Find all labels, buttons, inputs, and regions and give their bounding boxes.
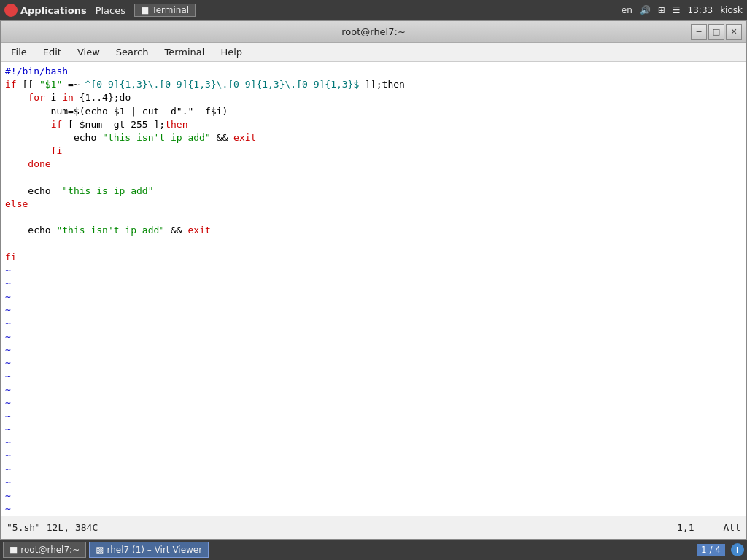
code-line-6: echo "this isn't ip add" && exit — [5, 131, 742, 144]
tilde-14: ~ — [5, 436, 742, 449]
sound-icon[interactable]: 🔊 — [640, 5, 651, 15]
tilde-17: ~ — [5, 476, 742, 489]
terminal-icon: ■ — [141, 5, 149, 15]
tilde-2: ~ — [5, 277, 742, 290]
terminal-btn-label: Terminal — [152, 5, 189, 15]
info-icon[interactable]: i — [731, 543, 744, 556]
code-line-4: num=$(echo $1 | cut -d"." -f$i) — [5, 105, 742, 118]
tilde-16: ~ — [5, 463, 742, 476]
code-line-10: else — [5, 198, 742, 211]
terminal-taskbar-btn[interactable]: ■ Terminal — [134, 4, 196, 17]
pager[interactable]: 1 / 4 — [697, 544, 725, 556]
menu-file[interactable]: File — [4, 45, 34, 59]
kiosk-label: kiosk — [720, 5, 743, 15]
tilde-7: ~ — [5, 343, 742, 357]
tilde-19: ~ — [5, 502, 742, 516]
code-line-11: echo "this isn't ip add" && exit — [5, 224, 742, 237]
code-line-2: if [[ "$1" =~ ^[0-9]{1,3}\.[0-9]{1,3}\.[… — [5, 78, 742, 91]
code-line-12: fi — [5, 251, 742, 264]
tilde-4: ~ — [5, 303, 742, 316]
vim-status-bar: "5.sh" 12L, 384C 1,1 All — [1, 516, 746, 539]
virt-viewer-task-button[interactable]: ▩ rhel7 (1) – Virt Viewer — [89, 542, 209, 558]
virt-viewer-icon: ▩ — [96, 545, 104, 555]
menu-search[interactable]: Search — [109, 45, 156, 59]
menu-bar: File Edit View Search Terminal Help — [1, 43, 746, 62]
tilde-15: ~ — [5, 449, 742, 462]
tilde-13: ~ — [5, 423, 742, 436]
tilde-11: ~ — [5, 397, 742, 410]
terminal-task-icon: ■ — [9, 545, 18, 555]
tilde-3: ~ — [5, 290, 742, 303]
system-bar-left: Applications Places ■ Terminal — [4, 4, 196, 17]
code-line-9: echo "this is ip add" — [5, 184, 742, 198]
system-bar-right: en 🔊 ⊞ ☰ 13:33 kiosk — [622, 5, 743, 15]
system-bar: Applications Places ■ Terminal en 🔊 ⊞ ☰ … — [0, 0, 747, 20]
minimize-button[interactable]: ─ — [691, 24, 707, 40]
taskbar: ■ root@rhel7:~ ▩ rhel7 (1) – Virt Viewer… — [0, 540, 747, 560]
locale-label[interactable]: en — [622, 5, 632, 15]
applications-menu[interactable]: Applications — [20, 5, 87, 16]
network-icon[interactable]: ⊞ — [658, 5, 665, 15]
places-menu[interactable]: Places — [96, 5, 125, 16]
code-line-blank1 — [5, 171, 742, 184]
code-line-blank3 — [5, 237, 742, 250]
terminal-content[interactable]: #!/bin/bash if [[ "$1" =~ ^[0-9]{1,3}\.[… — [1, 62, 746, 516]
tilde-10: ~ — [5, 384, 742, 397]
window-controls: ─ □ ✕ — [691, 24, 742, 40]
redhat-icon — [4, 4, 18, 17]
tilde-5: ~ — [5, 317, 742, 330]
tilde-18: ~ — [5, 489, 742, 502]
power-icon[interactable]: ☰ — [673, 5, 681, 15]
terminal-task-label: root@rhel7:~ — [20, 545, 80, 555]
code-line-8: done — [5, 158, 742, 171]
status-right: 1,1 All — [677, 522, 740, 533]
tilde-6: ~ — [5, 330, 742, 343]
terminal-window: root@rhel7:~ ─ □ ✕ File Edit View Search… — [0, 20, 747, 540]
close-button[interactable]: ✕ — [726, 24, 742, 40]
tilde-9: ~ — [5, 370, 742, 383]
menu-view[interactable]: View — [70, 45, 107, 59]
taskbar-left: ■ root@rhel7:~ ▩ rhel7 (1) – Virt Viewer — [3, 542, 209, 558]
code-line-5: if [ $num -gt 255 ];then — [5, 118, 742, 131]
code-line-blank2 — [5, 211, 742, 224]
cursor-position: 1,1 — [677, 522, 694, 533]
terminal-task-button[interactable]: ■ root@rhel7:~ — [3, 542, 86, 558]
tilde-8: ~ — [5, 357, 742, 370]
code-line-7: fi — [5, 144, 742, 158]
taskbar-right: 1 / 4 i — [697, 543, 744, 556]
tilde-12: ~ — [5, 410, 742, 423]
file-info: "5.sh" 12L, 384C — [7, 522, 98, 533]
view-state: All — [724, 522, 740, 533]
virt-viewer-label: rhel7 (1) – Virt Viewer — [107, 545, 203, 555]
menu-help[interactable]: Help — [213, 45, 249, 59]
title-bar: root@rhel7:~ ─ □ ✕ — [1, 21, 746, 43]
window-title: root@rhel7:~ — [56, 26, 691, 37]
clock: 13:33 — [688, 5, 713, 15]
code-line-1: #!/bin/bash — [5, 65, 742, 78]
tilde-1: ~ — [5, 264, 742, 277]
menu-edit[interactable]: Edit — [36, 45, 69, 59]
menu-terminal[interactable]: Terminal — [157, 45, 212, 59]
code-line-3: for i in {1..4};do — [5, 91, 742, 104]
maximize-button[interactable]: □ — [708, 24, 724, 40]
